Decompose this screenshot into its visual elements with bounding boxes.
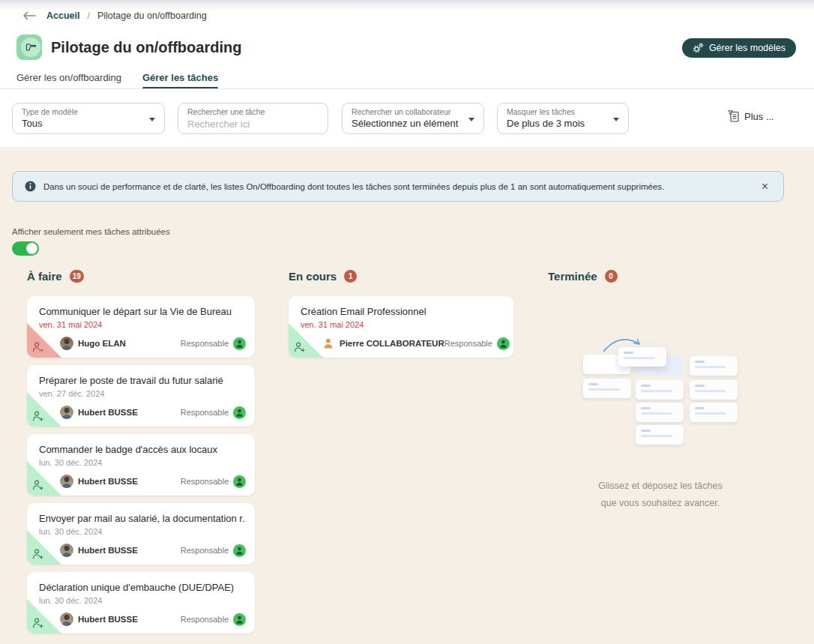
task-card[interactable]: Communiquer le départ sur la Vie de Bure… bbox=[27, 296, 255, 358]
page-header: Accueil / Pilotage du on/offboarding Pil… bbox=[0, 0, 814, 147]
filter-model-type-value: Tous bbox=[22, 117, 155, 130]
filter-model-type-label: Type de modèle bbox=[22, 107, 155, 117]
task-search-input[interactable] bbox=[187, 118, 319, 130]
card-list: Communiquer le départ sur la Vie de Bure… bbox=[27, 296, 255, 634]
app-icon bbox=[16, 34, 42, 60]
task-title: Commander le badge d'accès aux locaux bbox=[39, 444, 246, 455]
column-a-faire: À faire 19 Communiquer le départ sur la … bbox=[27, 270, 255, 634]
empty-state: Glissez et déposez les tâches que vous s… bbox=[548, 334, 773, 512]
back-button[interactable] bbox=[22, 10, 39, 22]
assignee-name: Hubert BUSSE bbox=[78, 546, 138, 555]
task-card[interactable]: Création Email Professionnel ven. 31 mai… bbox=[289, 296, 513, 358]
person-plus-icon bbox=[32, 548, 44, 560]
task-due-date: ven. 31 mai 2024 bbox=[39, 320, 102, 329]
more-filters-button[interactable]: Plus ... bbox=[728, 110, 774, 122]
column-title: À faire bbox=[27, 270, 62, 283]
column-count-badge: 1 bbox=[344, 270, 357, 283]
task-card-footer: Hubert BUSSE Responsable bbox=[60, 544, 246, 557]
assignee-name: Pierre COLLABORATEUR bbox=[340, 339, 444, 348]
filter-list-icon bbox=[728, 110, 739, 122]
responsible-label: Responsable bbox=[181, 477, 229, 486]
person-plus-icon bbox=[32, 410, 44, 422]
column-title: En cours bbox=[289, 270, 337, 283]
page-title: Pilotage du on/offboarding bbox=[51, 39, 241, 56]
filter-hide-tasks[interactable]: Masquer les tâches De plus de 3 mois bbox=[497, 103, 629, 134]
task-due-date: lun. 30 déc. 2024 bbox=[39, 527, 102, 536]
task-title: Envoyer par mail au salarié, la document… bbox=[39, 513, 246, 524]
empty-state-text: Glissez et déposez les tâches que vous s… bbox=[548, 478, 773, 512]
assignee-avatar bbox=[60, 337, 73, 350]
responsible-label: Responsable bbox=[181, 546, 229, 555]
my-tasks-toggle[interactable] bbox=[12, 241, 39, 256]
column-header: À faire 19 bbox=[27, 270, 255, 283]
filter-hide-tasks-label: Masquer les tâches bbox=[507, 107, 619, 117]
assignee-avatar bbox=[60, 544, 73, 557]
my-tasks-toggle-label: Afficher seulement mes tâches attribuées bbox=[12, 227, 170, 236]
responsible-avatar bbox=[233, 337, 246, 350]
person-plus-icon bbox=[32, 479, 44, 491]
tab-gerer-onoffboarding[interactable]: Gérer les on/offboarding bbox=[16, 72, 121, 88]
toggle-knob bbox=[26, 243, 37, 254]
filter-collaborator-label: Rechercher un collaborateur bbox=[352, 107, 474, 117]
task-card-footer: Hubert BUSSE Responsable bbox=[60, 406, 246, 419]
task-card-footer: Hubert BUSSE Responsable bbox=[60, 613, 246, 626]
task-due-date: lun. 30 déc. 2024 bbox=[39, 596, 102, 605]
person-plus-icon bbox=[32, 617, 44, 629]
assignee-avatar bbox=[60, 406, 73, 419]
chevron-down-icon bbox=[149, 118, 155, 121]
column-header: Terminée 0 bbox=[548, 270, 773, 283]
filter-model-type[interactable]: Type de modèle Tous bbox=[12, 103, 165, 134]
task-title: Déclaration unique d'embauche (DUE/DPAE) bbox=[39, 582, 246, 593]
tab-bar: Gérer les on/offboarding Gérer les tâche… bbox=[16, 72, 218, 88]
empty-state-line2: que vous souhaitez avancer. bbox=[548, 495, 773, 512]
task-title: Création Email Professionnel bbox=[301, 306, 504, 317]
task-due-date: ven. 31 mai 2024 bbox=[301, 320, 364, 329]
manage-models-button[interactable]: Gérer les modèles bbox=[682, 38, 796, 58]
task-card-footer: Pierre COLLABORATEUR Responsable bbox=[322, 337, 504, 350]
filter-task-search-label: Rechercher une tâche bbox=[187, 107, 319, 117]
breadcrumb-current: Pilotage du on/offboarding bbox=[97, 10, 207, 21]
column-title: Terminée bbox=[548, 270, 597, 283]
tab-gerer-taches[interactable]: Gérer les tâches bbox=[142, 72, 218, 88]
column-count-badge: 0 bbox=[605, 270, 618, 283]
responsible-label: Responsable bbox=[181, 615, 229, 624]
task-card[interactable]: Préparer le poste de travail du futur sa… bbox=[27, 365, 255, 427]
task-title: Préparer le poste de travail du futur sa… bbox=[39, 375, 246, 386]
filter-collaborator[interactable]: Rechercher un collaborateur Sélectionnez… bbox=[342, 103, 484, 134]
assignee-name: Hubert BUSSE bbox=[78, 408, 138, 417]
person-plus-icon bbox=[294, 341, 306, 353]
person-leave-icon bbox=[32, 341, 44, 353]
gears-icon bbox=[693, 43, 704, 53]
responsible-avatar bbox=[233, 406, 246, 419]
filter-task-search[interactable]: Rechercher une tâche bbox=[178, 103, 328, 134]
task-card[interactable]: Commander le badge d'accès aux locaux lu… bbox=[27, 434, 255, 496]
close-icon[interactable]: × bbox=[759, 179, 771, 194]
tabs-divider bbox=[0, 88, 814, 89]
assignee-avatar bbox=[60, 475, 73, 488]
info-banner-text: Dans un souci de performance et de clart… bbox=[43, 182, 751, 191]
assignee-name: Hubert BUSSE bbox=[78, 615, 138, 624]
info-icon bbox=[25, 181, 36, 192]
task-card[interactable]: Envoyer par mail au salarié, la document… bbox=[27, 503, 255, 565]
task-title: Communiquer le départ sur la Vie de Bure… bbox=[39, 306, 246, 317]
task-card[interactable]: Déclaration unique d'embauche (DUE/DPAE)… bbox=[27, 572, 255, 634]
breadcrumb-home[interactable]: Accueil bbox=[46, 10, 79, 21]
column-terminee: Terminée 0 Glissez et déposez les tâches… bbox=[548, 270, 773, 296]
task-card-footer: Hubert BUSSE Responsable bbox=[60, 475, 246, 488]
info-banner: Dans un souci de performance et de clart… bbox=[12, 171, 784, 202]
filter-hide-tasks-value: De plus de 3 mois bbox=[507, 117, 619, 130]
column-count-badge: 19 bbox=[70, 270, 84, 283]
column-en-cours: En cours 1 Création Email Professionnel … bbox=[289, 270, 513, 358]
responsible-label: Responsable bbox=[181, 408, 229, 417]
responsible-label: Responsable bbox=[444, 339, 492, 348]
empty-state-line1: Glissez et déposez les tâches bbox=[548, 478, 773, 495]
back-arrow-icon bbox=[22, 11, 36, 20]
card-list: Création Email Professionnel ven. 31 mai… bbox=[289, 296, 513, 358]
responsible-avatar bbox=[497, 337, 510, 350]
assignee-name: Hugo ELAN bbox=[78, 339, 126, 348]
manage-models-label: Gérer les modèles bbox=[709, 43, 786, 53]
task-due-date: ven. 27 déc. 2024 bbox=[39, 389, 104, 398]
responsible-avatar bbox=[233, 613, 246, 626]
responsible-avatar bbox=[233, 475, 246, 488]
task-card-footer: Hugo ELAN Responsable bbox=[60, 337, 246, 350]
